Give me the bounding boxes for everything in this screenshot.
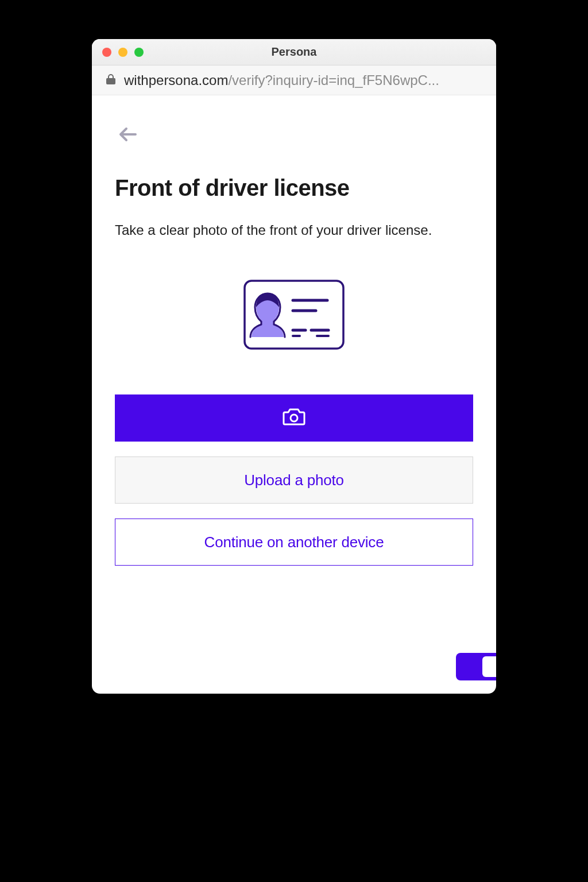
url-path: /verify?inquiry-id=inq_fF5N6wpC... <box>228 72 439 88</box>
window-title: Persona <box>92 45 496 59</box>
continue-another-device-button[interactable]: Continue on another device <box>115 519 473 566</box>
back-button[interactable] <box>115 123 141 148</box>
upload-photo-button[interactable]: Upload a photo <box>115 457 473 504</box>
continue-another-device-label: Continue on another device <box>204 533 384 551</box>
arrow-left-icon <box>118 126 138 144</box>
content-area: Front of driver license Take a clear pho… <box>92 95 496 604</box>
browser-window: Persona withpersona.com/verify?inquiry-i… <box>92 39 496 694</box>
svg-point-7 <box>291 415 297 421</box>
minimize-window-button[interactable] <box>118 48 127 57</box>
id-card-illustration <box>115 280 473 350</box>
page-title: Front of driver license <box>115 175 473 201</box>
url-domain: withpersona.com <box>124 72 228 88</box>
titlebar: Persona <box>92 39 496 65</box>
close-window-button[interactable] <box>102 48 111 57</box>
maximize-window-button[interactable] <box>134 48 144 57</box>
page-subtitle: Take a clear photo of the front of your … <box>115 219 473 241</box>
toggle-widget[interactable] <box>456 653 496 680</box>
camera-icon <box>283 407 305 430</box>
take-photo-button[interactable] <box>115 394 473 442</box>
url-text: withpersona.com/verify?inquiry-id=inq_fF… <box>124 72 439 88</box>
upload-photo-label: Upload a photo <box>244 471 344 489</box>
address-bar[interactable]: withpersona.com/verify?inquiry-id=inq_fF… <box>92 65 496 95</box>
toggle-knob <box>482 656 496 677</box>
traffic-lights <box>102 48 144 57</box>
lock-icon <box>106 74 116 87</box>
